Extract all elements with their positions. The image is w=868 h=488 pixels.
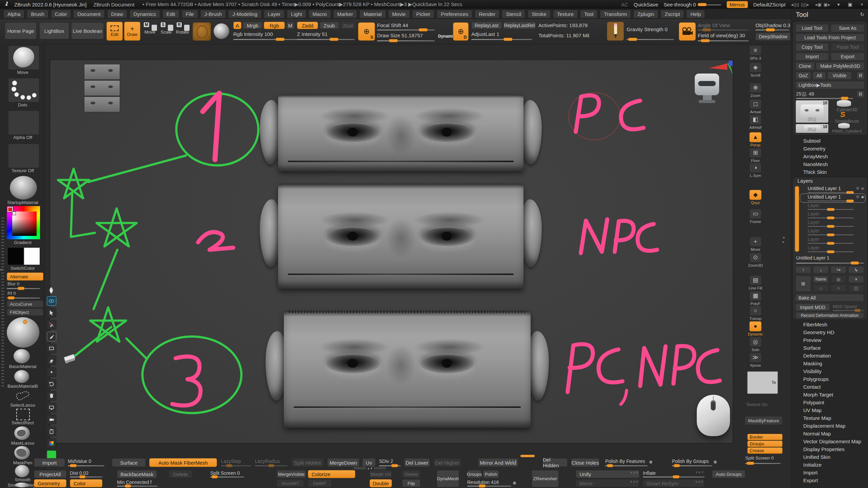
brush-move-thumbnail[interactable] (8, 45, 39, 70)
zadd-button[interactable]: Zadd (297, 22, 318, 29)
focal-shift-slider[interactable]: Focal Shift 44 (377, 22, 408, 28)
layer-record-icon[interactable] (856, 187, 859, 190)
menu-item[interactable]: Brush (27, 10, 48, 18)
tool-section[interactable]: Subtool (791, 137, 868, 145)
goz-r-button[interactable]: R (856, 72, 865, 80)
secondary-color-swatch[interactable] (24, 247, 40, 265)
tool-section[interactable]: FiberMesh (791, 321, 868, 328)
menu-item[interactable]: Color (51, 10, 71, 18)
obj-shadow-slider[interactable]: ObjShadow 0.3 (755, 22, 790, 28)
tool-section[interactable]: Polypaint (791, 399, 868, 406)
rightshelf-linefill[interactable]: ▤Line Fill (745, 275, 766, 290)
bb-inflate-slider[interactable]: Inflatex y z (643, 470, 705, 478)
edit-button[interactable]: Edit (106, 22, 123, 41)
deep-shadow-button[interactable]: DeepShadow (755, 33, 791, 41)
tool-section[interactable]: Import (791, 469, 868, 476)
stroke-dots-thumbnail[interactable] (8, 78, 39, 102)
layers-scrollbar[interactable] (795, 186, 799, 252)
rightshelf-transp[interactable]: ○Transp (745, 306, 766, 321)
tool-section[interactable]: Geometry HD (791, 328, 868, 336)
layer-name-button[interactable]: Name (813, 276, 829, 283)
see-through-slider[interactable]: See-through 0 (664, 2, 721, 7)
tool-section[interactable]: UV Map (791, 406, 868, 414)
divider-toggle-icons[interactable]: ◂|||| ||||▸ (791, 2, 810, 7)
current-material-thumbnail[interactable] (214, 23, 229, 39)
menu-item[interactable]: Transform (600, 10, 631, 18)
mdd-speed-slider[interactable]: MDD Speed (833, 304, 857, 309)
eraser-tool-icon[interactable] (47, 355, 56, 365)
layer-new-button[interactable]: ⊞ (795, 276, 811, 292)
minimize-button[interactable]: ▾ (836, 2, 841, 7)
bb-mergedown[interactable]: MergeDown (327, 458, 359, 467)
bb-unify[interactable]: Unifyx y z (576, 470, 639, 478)
tool-section[interactable]: Masking (791, 360, 868, 367)
menu-item[interactable]: Dynamics (130, 10, 160, 18)
bb-del-lower[interactable]: Del Lower (404, 458, 430, 467)
layers-header[interactable]: Layers (797, 178, 813, 184)
rightshelf-scroll[interactable]: ◈Scroll (745, 62, 766, 77)
tool-section[interactable]: Unified Skin (791, 453, 868, 461)
split-screen-slider[interactable]: Split Screen 0 (745, 455, 774, 461)
ac-toggle[interactable]: AC (621, 2, 628, 7)
tool-section[interactable]: Preview (791, 336, 868, 344)
rightshelf-move[interactable]: +Move (745, 237, 766, 251)
texture-off-thumbnail[interactable] (8, 144, 39, 168)
layer-delete-button[interactable]: × (848, 276, 864, 283)
menu-item[interactable]: Movie (388, 10, 410, 18)
save-as-button[interactable]: Save As (831, 24, 865, 32)
left-tray-arrow-icon[interactable]: ▸ (1, 267, 3, 272)
layer-row[interactable]: Untitled Layer 1 👁 (800, 185, 865, 194)
angle-of-view-slider[interactable]: Angle Of View (698, 22, 730, 28)
tool-section[interactable]: Normal Map (791, 430, 868, 438)
bb-sdiv-slider[interactable]: SDiv 2 (379, 458, 401, 467)
rightshelf-spix[interactable]: ≡SPix 3 (745, 45, 766, 60)
zcut-button[interactable]: Zcut (340, 22, 355, 29)
default-zscript-button[interactable]: DefaultZScript (753, 2, 786, 7)
bb-colorize[interactable]: Colorize (308, 470, 355, 478)
layer-up-button[interactable]: ↑ (795, 266, 811, 273)
layer-record-icon[interactable] (856, 195, 859, 198)
import-mdd-button[interactable]: Import MDD (795, 303, 830, 311)
menu-item[interactable]: Material (359, 10, 386, 18)
smooth-thumbnail[interactable] (15, 465, 29, 477)
tool-section[interactable]: Geometry (791, 145, 868, 152)
layer-misc3-button[interactable]: ▨ (848, 284, 864, 292)
make-polymesh3d-button[interactable]: Make PolyMesh3D (816, 62, 865, 70)
pen-disabled-icon[interactable] (47, 320, 56, 329)
cursor-tool-icon[interactable] (47, 308, 56, 318)
rightshelf-polyf[interactable]: ▦PolyF (745, 291, 766, 306)
tool-section[interactable]: Displacement Map (791, 422, 868, 430)
menu-item[interactable]: Macro (309, 10, 331, 18)
stroke-brush-icon[interactable]: ⊕S (358, 22, 375, 41)
selected-layer-slider[interactable]: Untitled Layer 1 (796, 255, 829, 261)
menu-item[interactable]: Render (475, 10, 499, 18)
z-intensity-slider[interactable]: Z Intensity 51 (297, 31, 328, 37)
bb-zremesher[interactable]: ZRemesher (532, 470, 559, 487)
bb-auto-mask-fibermesh[interactable]: Auto Mask FiberMesh (149, 458, 217, 467)
bb-mirror[interactable]: Mirrorx y z (576, 479, 639, 487)
bb-backfacemask[interactable]: BackfaceMask (117, 470, 157, 478)
clipboard-icon[interactable] (47, 427, 56, 436)
bb-uv[interactable]: Uv (362, 458, 376, 467)
tool-slider-r-button[interactable]: R (856, 90, 865, 98)
left-tray-divider[interactable] (1, 217, 4, 386)
layer-eye-icon[interactable]: 👁 (861, 195, 865, 199)
replay-last-rel-button[interactable]: ReplayLastRel (503, 22, 536, 29)
menu-item[interactable]: Preferences (437, 10, 472, 18)
menu-item[interactable]: Edit (162, 10, 179, 18)
menu-item[interactable]: Marker (333, 10, 357, 18)
dot-size-icon[interactable] (47, 367, 56, 377)
bake-all-button[interactable]: Bake All (795, 294, 864, 302)
layer-row[interactable]: Layer 👁 (800, 202, 865, 211)
bb-polish-by-groups-slider[interactable]: Polish By Groups (672, 458, 712, 467)
menu-item[interactable]: Zplugin (633, 10, 658, 18)
goz-button[interactable]: GoZ (795, 72, 811, 80)
mask-pen-thumbnail[interactable] (14, 446, 30, 460)
bb-auto-groups[interactable]: Auto Groups (712, 470, 745, 478)
tool-section[interactable]: NanoMesh (791, 160, 868, 168)
select-lasso-thumbnail[interactable] (14, 390, 31, 402)
menu-item[interactable]: Zscript (660, 10, 684, 18)
home-page-button[interactable]: Home Page (5, 22, 37, 39)
active-material-sphere[interactable] (7, 317, 39, 348)
adjust-last-slider[interactable]: AdjustLast 1 (471, 31, 499, 37)
